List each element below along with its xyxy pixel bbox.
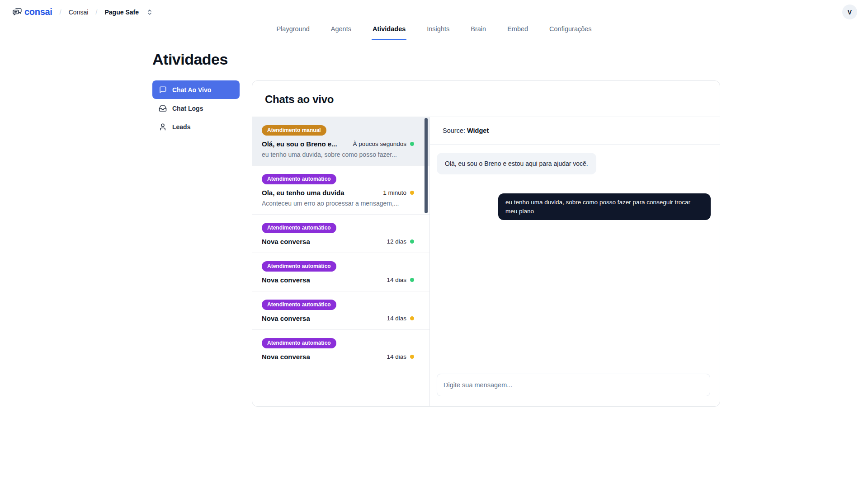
chat-timestamp: 1 minuto: [383, 189, 406, 196]
chat-preview: eu tenho uma duvida, sobre como posso fa…: [262, 151, 414, 158]
chat-title: Olá, eu sou o Breno e...: [262, 140, 337, 148]
service-type-badge: Atendimento automático: [262, 223, 336, 233]
chat-title: Nova conversa: [262, 276, 310, 284]
chat-timestamp: À poucos segundos: [353, 141, 406, 147]
app-header: consai / Consai / Pague Safe V Playgroun…: [0, 0, 868, 40]
primary-nav: Playground Agents Atividades Insights Br…: [0, 25, 868, 40]
breadcrumb-separator: /: [60, 8, 61, 16]
nav-tab-atividades[interactable]: Atividades: [372, 25, 406, 40]
message-composer: [430, 374, 720, 406]
card-title: Chats ao vivo: [265, 93, 707, 106]
chat-list: Atendimento manual Olá, eu sou o Breno e…: [252, 117, 430, 406]
source-value: Widget: [467, 127, 489, 134]
service-type-badge: Atendimento automático: [262, 261, 336, 272]
sidebar-item-chat-ao-vivo[interactable]: Chat Ao Vivo: [152, 80, 240, 99]
brand-breadcrumb-row: consai / Consai / Pague Safe: [12, 7, 152, 18]
chat-timestamp: 14 dias: [387, 277, 406, 283]
chat-title: Nova conversa: [262, 238, 310, 245]
page-title: Atividades: [152, 51, 720, 68]
status-dot: [410, 142, 414, 146]
nav-tab-insights[interactable]: Insights: [426, 25, 450, 40]
chat-timestamp: 14 dias: [387, 353, 406, 360]
brand-logo[interactable]: consai: [12, 7, 52, 18]
sidebar-item-chat-logs[interactable]: Chat Logs: [152, 99, 240, 117]
chat-bubble-icon: [159, 86, 167, 94]
breadcrumb-separator: /: [95, 8, 97, 16]
service-type-badge: Atendimento manual: [262, 125, 326, 136]
chat-list-item[interactable]: Atendimento automático Ola, eu tenho uma…: [252, 165, 429, 214]
nav-tab-brain[interactable]: Brain: [470, 25, 487, 40]
chat-list-item[interactable]: Atendimento automático Nova conversa 14 …: [252, 253, 429, 291]
chat-list-item[interactable]: Atendimento automático Nova conversa 14 …: [252, 291, 429, 329]
message-input[interactable]: [437, 374, 710, 396]
chat-timestamp: 12 dias: [387, 238, 406, 245]
source-label: Source:: [443, 127, 465, 134]
sidebar-item-leads[interactable]: Leads: [152, 117, 240, 136]
message-thread: Olá, eu sou o Breno e estou aqui para aj…: [430, 145, 720, 374]
chat-list-item[interactable]: Atendimento automático Nova conversa 14 …: [252, 329, 429, 368]
nav-tab-playground[interactable]: Playground: [275, 25, 310, 40]
chat-title: Nova conversa: [262, 353, 310, 361]
sidebar-item-label: Leads: [172, 123, 190, 131]
conversation-panel: Source: Widget Olá, eu sou o Breno e est…: [430, 117, 720, 406]
chat-bubbles-logo-icon: [12, 7, 23, 18]
status-dot: [410, 355, 414, 359]
agent-message-bubble: Olá, eu sou o Breno e estou aqui para aj…: [437, 153, 596, 174]
card-header: Chats ao vivo: [252, 81, 720, 117]
list-scrollbar-thumb[interactable]: [425, 118, 428, 213]
service-type-badge: Atendimento automático: [262, 300, 336, 310]
status-dot: [410, 239, 414, 244]
live-chats-card: Chats ao vivo Atendimento manual Olá, eu…: [252, 80, 720, 407]
person-icon: [159, 123, 167, 131]
chat-preview: Aconteceu um erro ao processar a mensage…: [262, 200, 414, 207]
status-dot: [410, 191, 414, 195]
brand-name: consai: [24, 7, 52, 17]
user-avatar[interactable]: V: [842, 5, 857, 19]
user-message-bubble: eu tenho uma duvida, sobre como posso fa…: [498, 193, 711, 220]
chat-title: Ola, eu tenho uma duvida: [262, 189, 344, 197]
chat-list-item[interactable]: Atendimento automático Nova conversa 12 …: [252, 214, 429, 253]
inbox-icon: [159, 104, 167, 113]
chat-list-item-partial[interactable]: [252, 368, 429, 376]
service-type-badge: Atendimento automático: [262, 338, 336, 348]
chat-title: Nova conversa: [262, 314, 310, 322]
project-selector-chevrons-icon[interactable]: [147, 9, 152, 16]
nav-tab-embed[interactable]: Embed: [506, 25, 529, 40]
status-dot: [410, 316, 414, 320]
nav-tab-agents[interactable]: Agents: [330, 25, 352, 40]
sidebar-item-label: Chat Ao Vivo: [172, 86, 211, 94]
activities-sidebar: Chat Ao Vivo Chat Logs L: [152, 80, 240, 136]
service-type-badge: Atendimento automático: [262, 174, 336, 184]
breadcrumb-project[interactable]: Pague Safe: [105, 9, 139, 16]
status-dot: [410, 278, 414, 282]
nav-tab-configuracoes[interactable]: Configurações: [548, 25, 593, 40]
chat-list-item[interactable]: Atendimento manual Olá, eu sou o Breno e…: [252, 117, 429, 165]
page-content: Atividades Chat Ao Vivo Chat: [0, 40, 868, 407]
chat-timestamp: 14 dias: [387, 315, 406, 322]
sidebar-item-label: Chat Logs: [172, 105, 203, 112]
conversation-source: Source: Widget: [430, 117, 720, 145]
breadcrumb-org[interactable]: Consai: [69, 9, 89, 16]
